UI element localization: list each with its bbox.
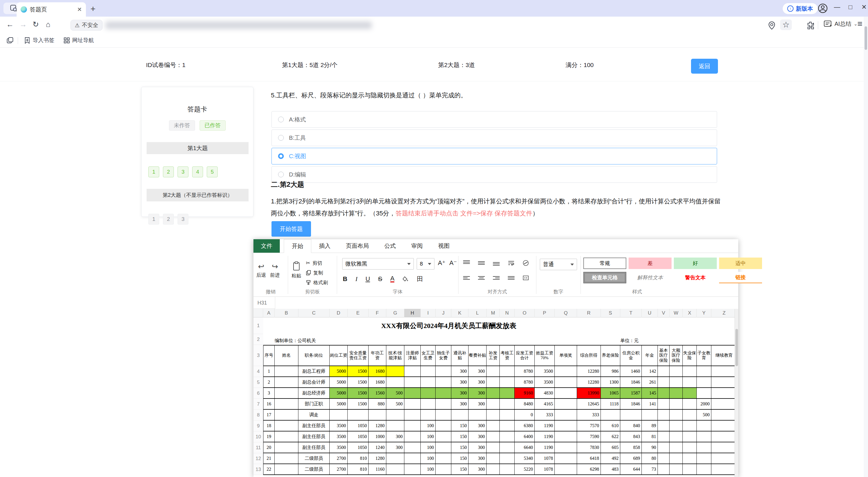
cell-I5[interactable]	[421, 377, 436, 388]
cell-C5[interactable]: 副总会计师	[299, 377, 330, 388]
cell-A9[interactable]: 18	[263, 421, 275, 431]
cell-U6[interactable]: 145	[642, 388, 658, 399]
cell-W6[interactable]	[670, 388, 683, 399]
cell-I7[interactable]	[421, 399, 436, 410]
cell-F11[interactable]: 1240	[369, 442, 386, 453]
cell-U3[interactable]: 年金	[642, 345, 658, 366]
cell-V10[interactable]	[658, 431, 670, 442]
cell-R13[interactable]: 6298	[577, 464, 601, 475]
cell-L8[interactable]	[468, 410, 487, 421]
cell-J9[interactable]	[436, 421, 451, 431]
column-header-Y[interactable]: Y	[697, 309, 711, 318]
column-header-D[interactable]: D	[330, 309, 348, 318]
cell-O13[interactable]: 5220	[515, 464, 535, 475]
cut-button[interactable]: ✂ 剪切	[306, 259, 328, 267]
site-nav-button[interactable]: 网址导航	[64, 37, 94, 44]
align-center-icon[interactable]	[478, 275, 485, 280]
cell-R4[interactable]: 12280	[577, 366, 601, 377]
question-nav-s2-3[interactable]: 3	[178, 214, 188, 225]
cell-G8[interactable]	[386, 410, 404, 421]
cell-N4[interactable]	[500, 366, 515, 377]
ribbon-tab-开始[interactable]: 开始	[284, 239, 311, 253]
cell-J13[interactable]	[436, 464, 451, 475]
style-chip-链接[interactable]: 链接	[719, 272, 762, 284]
cell-S6[interactable]: 1065	[601, 388, 620, 399]
cell-U12[interactable]: 80	[642, 453, 658, 464]
cell-G5[interactable]	[386, 377, 404, 388]
sheet-vertical-scrollbar[interactable]	[735, 309, 738, 477]
row-header-10[interactable]: 10	[253, 431, 263, 442]
cell-C7[interactable]: 部门正职	[299, 399, 330, 410]
row-header-6[interactable]: 6	[253, 388, 263, 399]
cell-G7[interactable]: 500	[386, 399, 404, 410]
tab-close-icon[interactable]: ✕	[77, 6, 82, 13]
back-to-list-button[interactable]: 返回	[691, 59, 718, 73]
cell-X11[interactable]	[683, 442, 697, 453]
question-nav-s1-4[interactable]: 4	[192, 167, 203, 177]
cell-Z5[interactable]	[711, 377, 737, 388]
cell-C9[interactable]: 副主任部员	[299, 421, 330, 431]
paste-button[interactable]: 粘贴	[291, 262, 301, 279]
column-header-C[interactable]: C	[299, 309, 330, 318]
cell-U8[interactable]	[642, 410, 658, 421]
cell-M6[interactable]	[487, 388, 500, 399]
cell-Z12[interactable]	[711, 453, 737, 464]
cell-Q11[interactable]	[555, 442, 577, 453]
column-header-P[interactable]: P	[535, 309, 555, 318]
cell-U9[interactable]: 89	[642, 421, 658, 431]
row-header-11[interactable]: 11	[253, 442, 263, 453]
cell-S13[interactable]: 483	[601, 464, 620, 475]
question-nav-s2-2[interactable]: 2	[163, 214, 174, 225]
cell-K9[interactable]: 150	[451, 421, 468, 431]
cell-A13[interactable]: 22	[263, 464, 275, 475]
cell-R8[interactable]: 333	[577, 410, 601, 421]
cell-B3[interactable]: 姓名	[275, 345, 299, 366]
wrap-text-icon[interactable]	[508, 261, 515, 266]
cell-U13[interactable]: 73	[642, 464, 658, 475]
cell-O9[interactable]: 6380	[515, 421, 535, 431]
bookmark-star-icon[interactable]: ☆	[780, 20, 792, 30]
cell-I10[interactable]: 100	[421, 431, 436, 442]
cell-B12[interactable]	[275, 453, 299, 464]
cell-X3[interactable]: 失业保险	[683, 345, 697, 366]
option-A[interactable]: A:格式	[272, 111, 717, 128]
cell-C6[interactable]: 副总经济师	[299, 388, 330, 399]
cell-W13[interactable]	[670, 464, 683, 475]
cell-F9[interactable]: 1280	[369, 421, 386, 431]
cell-M11[interactable]	[487, 442, 500, 453]
justify-icon[interactable]	[508, 275, 515, 280]
cell-B13[interactable]	[275, 464, 299, 475]
ribbon-tab-插入[interactable]: 插入	[311, 239, 338, 253]
cell-H12[interactable]	[404, 453, 421, 464]
reload-icon[interactable]: ↻	[33, 20, 39, 29]
question-nav-s2-1[interactable]: 1	[148, 214, 159, 225]
cell-P11[interactable]: 1190	[535, 442, 555, 453]
cell-A4[interactable]: 1	[263, 366, 275, 377]
formula-input[interactable]	[275, 297, 738, 309]
option-B[interactable]: B:工具	[272, 129, 717, 146]
cell-N9[interactable]	[500, 421, 515, 431]
merge-center-icon[interactable]	[523, 275, 529, 280]
cell-N3[interactable]: 考核工资	[500, 345, 515, 366]
cell-Y4[interactable]	[697, 366, 711, 377]
back-icon[interactable]: ←	[6, 20, 14, 29]
row-header-13[interactable]: 13	[253, 464, 263, 475]
cell-J3[interactable]: 独生子女费	[436, 345, 451, 366]
cell-T10[interactable]: 843	[620, 431, 642, 442]
cell-R5[interactable]: 12280	[577, 377, 601, 388]
cell-H10[interactable]	[404, 431, 421, 442]
cell-F3[interactable]: 年功工资	[369, 345, 386, 366]
cell-K6[interactable]: 300	[451, 388, 468, 399]
column-header-U[interactable]: U	[642, 309, 658, 318]
cell-X9[interactable]	[683, 421, 697, 431]
cell-Y7[interactable]: 2000	[697, 399, 711, 410]
column-header-Q[interactable]: Q	[555, 309, 577, 318]
cell-A3[interactable]: 序号	[263, 345, 275, 366]
cell-E10[interactable]: 1050	[348, 431, 369, 442]
cell-F13[interactable]: 1160	[369, 464, 386, 475]
cell-Z11[interactable]	[711, 442, 737, 453]
cell-P10[interactable]: 1190	[535, 431, 555, 442]
cell-D4[interactable]: 5000	[330, 366, 348, 377]
cell-V13[interactable]	[658, 464, 670, 475]
style-chip-适中[interactable]: 适中	[719, 258, 762, 269]
